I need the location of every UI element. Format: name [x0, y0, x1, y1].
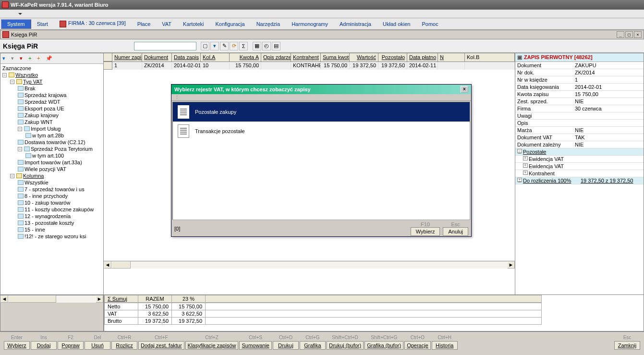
- grafika-button[interactable]: Grafika: [300, 341, 326, 350]
- drukuj-bufor--button[interactable]: Drukuj (bufor): [327, 341, 364, 350]
- sumowanie-button[interactable]: Sumowanie: [239, 341, 271, 350]
- maximize-button[interactable]: □: [625, 31, 633, 38]
- detail-exp-row[interactable]: +Ewidencja VAT: [515, 163, 644, 170]
- tree-typvat[interactable]: −Typ VAT: [1, 78, 102, 85]
- menu-pomoc[interactable]: Pomoc: [416, 20, 444, 28]
- tree-eksport[interactable]: Eksport poza UE: [1, 105, 102, 112]
- zamknij-button[interactable]: Zamknij: [614, 341, 640, 350]
- scroll-left-icon[interactable]: ◄: [104, 261, 111, 269]
- tree-import-uslug[interactable]: −Import Usług: [1, 125, 102, 132]
- filter-off-icon[interactable]: ▾: [11, 55, 18, 62]
- col-kwotaa[interactable]: Kwota A: [230, 53, 261, 61]
- tree-kolumna[interactable]: −Kolumna: [1, 172, 102, 179]
- menu-konfiguracja[interactable]: Konfiguracja: [209, 20, 250, 28]
- rozlicz-button[interactable]: Rozlicz: [111, 341, 137, 350]
- historia-button[interactable]: Historia: [432, 341, 458, 350]
- tree-zakup-kraj[interactable]: Zakup krajowy: [1, 112, 102, 119]
- col-opis[interactable]: Opis zdarzer: [261, 53, 291, 61]
- wybierz-button[interactable]: Wybierz: [4, 341, 30, 350]
- tree-art28b[interactable]: w tym art.28b: [1, 132, 102, 139]
- klasyfikacje-zapis-w-button[interactable]: Klasyfikacje zapisów: [185, 341, 239, 350]
- wybierz-button[interactable]: Wybierz: [411, 227, 440, 236]
- tree-edit-icon[interactable]: +: [37, 55, 44, 62]
- tree-body[interactable]: Zaznaczone −Wszystko −Typ VAT Brak Sprze…: [0, 64, 103, 294]
- tree-kol-10[interactable]: 10 - zakup towarów: [1, 199, 102, 206]
- dodaj-button[interactable]: Dodaj: [31, 341, 57, 350]
- menu-system[interactable]: System: [1, 19, 31, 29]
- operacje-button[interactable]: Operacje: [404, 341, 431, 350]
- tree-sprzedaz-poza[interactable]: −Sprzedaż Poza Terytorium: [1, 146, 102, 152]
- tree-scroll-left-icon[interactable]: ◄: [0, 295, 8, 303]
- usu--button[interactable]: Usuń: [85, 341, 110, 350]
- tree-wiele-poz[interactable]: Wiele pozycji VAT: [1, 166, 102, 172]
- menu-uklad-okien[interactable]: Układ okien: [377, 20, 416, 28]
- menu-firma[interactable]: FIRMA : 30 czerwca [39]: [54, 19, 132, 28]
- tree-add-icon[interactable]: +: [28, 55, 35, 62]
- tree-kol-7[interactable]: 7 - sprzedaż towarów i us: [1, 186, 102, 193]
- close-button[interactable]: ×: [634, 31, 642, 38]
- tree-kol-15[interactable]: 15 - inne: [1, 226, 102, 233]
- detail-rozliczenia[interactable]: +Do rozliczenia 100%19 372,50 z 19 372,5…: [515, 177, 644, 184]
- tree-import-tow[interactable]: Import towarów (art.33a): [1, 159, 102, 166]
- modal-close-icon[interactable]: ×: [461, 86, 468, 93]
- scroll-thumb[interactable]: [111, 261, 131, 269]
- tree-kol-13[interactable]: 13 - pozostałe koszty: [1, 220, 102, 226]
- tree-art100[interactable]: w tym art.100: [1, 152, 102, 159]
- menu-start[interactable]: Start: [31, 20, 54, 28]
- anuluj-button[interactable]: Anuluj: [443, 227, 468, 236]
- col-kolb[interactable]: Kol.B: [465, 53, 515, 61]
- tree-kol-ex12[interactable]: !12! - ze starego wzoru ksi: [1, 233, 102, 240]
- tree-kol-12[interactable]: 12 - wynagrodzenia: [1, 213, 102, 220]
- tree-dostawa[interactable]: Dostawa towarów (C2.12): [1, 139, 102, 146]
- tree-brak[interactable]: Brak: [1, 85, 102, 92]
- pin-icon[interactable]: 📌: [46, 55, 52, 62]
- table-row[interactable]: 1 ZK/2014 2014-02-01 10 15 750,00 KONTRA…: [104, 62, 515, 70]
- detail-exp-row[interactable]: +Kontrahent: [515, 170, 644, 177]
- tree-sprzedaz-kraj[interactable]: Sprzedaż krajowa: [1, 92, 102, 98]
- tree-scroll-thumb[interactable]: [8, 295, 56, 303]
- toolbar-btn-6[interactable]: ▦: [253, 42, 261, 50]
- tree-kol-8[interactable]: 8 - inne przychody: [1, 193, 102, 199]
- menu-harmonogramy[interactable]: Harmonogramy: [286, 20, 334, 28]
- col-n[interactable]: N: [438, 53, 465, 61]
- toolbar-btn-5[interactable]: Σ: [239, 42, 248, 50]
- col-dokument[interactable]: Dokument: [142, 53, 172, 61]
- sumuj-button[interactable]: Σ Sumuj: [105, 295, 138, 303]
- list-item-transakcje[interactable]: Transakcje pozostałe: [173, 122, 470, 141]
- filter-icon[interactable]: ▾: [2, 55, 9, 62]
- toolbar-btn-4[interactable]: ⟳: [230, 42, 238, 50]
- toolbar-btn-7[interactable]: ◴: [262, 42, 271, 50]
- menu-kartoteki[interactable]: Kartoteki: [177, 20, 209, 28]
- dropdown-icon[interactable]: [18, 13, 22, 15]
- menu-administracja[interactable]: Administracja: [334, 20, 377, 28]
- toolbar-btn-2[interactable]: ▾: [210, 42, 219, 50]
- minimize-button[interactable]: _: [617, 31, 624, 38]
- tree-kol-11[interactable]: 11 - koszty uboczne zakupów: [1, 206, 102, 213]
- menu-narzedzia[interactable]: Narzędzia: [251, 20, 286, 28]
- toolbar-btn-1[interactable]: ▢: [201, 42, 209, 50]
- filter-red-icon[interactable]: ▾: [20, 55, 26, 62]
- dodaj-zest-faktur-button[interactable]: Dodaj zest. faktur: [138, 341, 184, 350]
- col-wartosc[interactable]: Wartość: [350, 53, 378, 61]
- tree-wszystko[interactable]: −Wszystko: [1, 72, 102, 78]
- drukuj-button[interactable]: Drukuj: [273, 341, 299, 350]
- col-kola[interactable]: Kol.A: [201, 53, 230, 61]
- detail-pozostale[interactable]: −Pozostałe: [515, 148, 644, 156]
- row-selector[interactable]: [104, 62, 112, 70]
- col-data[interactable]: Data zapis: [172, 53, 201, 61]
- col-dataplat[interactable]: Data płatno: [407, 53, 438, 61]
- detail-exp-row[interactable]: +Ewidencja VAT: [515, 156, 644, 163]
- col-pozost[interactable]: Pozostało: [378, 53, 407, 61]
- toolbar-btn-3[interactable]: ✎: [220, 42, 229, 50]
- tree-sprzedaz-wdt[interactable]: Sprzedaż WDT: [1, 98, 102, 105]
- scroll-right-icon[interactable]: ►: [507, 261, 515, 269]
- tree-kol-wszystkie[interactable]: Wszystkie: [1, 179, 102, 186]
- menu-place[interactable]: Płace: [132, 20, 157, 28]
- tree-zaznaczone[interactable]: Zaznaczone: [1, 65, 102, 72]
- col-suma[interactable]: Suma kwot: [321, 53, 350, 61]
- list-item-pozostale-zakupy[interactable]: Pozostałe zakupy: [173, 102, 470, 122]
- menu-vat[interactable]: VAT: [156, 20, 177, 28]
- search-input[interactable]: [134, 42, 196, 50]
- toolbar-btn-8[interactable]: ▤: [272, 42, 280, 50]
- col-kontr[interactable]: Kontrahent: [291, 53, 321, 61]
